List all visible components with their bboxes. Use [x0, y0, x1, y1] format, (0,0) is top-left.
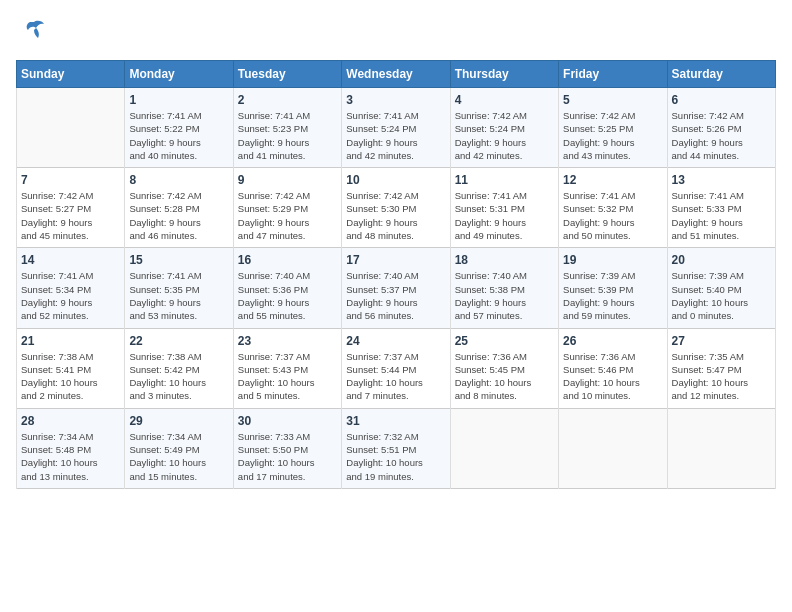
day-info: Sunrise: 7:36 AMSunset: 5:46 PMDaylight:… — [563, 350, 662, 403]
day-number: 9 — [238, 173, 337, 187]
day-cell: 15Sunrise: 7:41 AMSunset: 5:35 PMDayligh… — [125, 248, 233, 328]
day-info: Sunrise: 7:42 AMSunset: 5:24 PMDaylight:… — [455, 109, 554, 162]
day-cell: 19Sunrise: 7:39 AMSunset: 5:39 PMDayligh… — [559, 248, 667, 328]
day-info: Sunrise: 7:40 AMSunset: 5:37 PMDaylight:… — [346, 269, 445, 322]
day-info: Sunrise: 7:40 AMSunset: 5:38 PMDaylight:… — [455, 269, 554, 322]
day-number: 5 — [563, 93, 662, 107]
day-info: Sunrise: 7:32 AMSunset: 5:51 PMDaylight:… — [346, 430, 445, 483]
day-cell: 10Sunrise: 7:42 AMSunset: 5:30 PMDayligh… — [342, 168, 450, 248]
day-number: 10 — [346, 173, 445, 187]
day-cell: 3Sunrise: 7:41 AMSunset: 5:24 PMDaylight… — [342, 88, 450, 168]
day-cell: 17Sunrise: 7:40 AMSunset: 5:37 PMDayligh… — [342, 248, 450, 328]
day-number: 7 — [21, 173, 120, 187]
day-cell: 14Sunrise: 7:41 AMSunset: 5:34 PMDayligh… — [17, 248, 125, 328]
day-info: Sunrise: 7:39 AMSunset: 5:39 PMDaylight:… — [563, 269, 662, 322]
day-cell: 24Sunrise: 7:37 AMSunset: 5:44 PMDayligh… — [342, 328, 450, 408]
logo — [16, 16, 48, 48]
day-cell: 27Sunrise: 7:35 AMSunset: 5:47 PMDayligh… — [667, 328, 775, 408]
day-cell: 4Sunrise: 7:42 AMSunset: 5:24 PMDaylight… — [450, 88, 558, 168]
day-info: Sunrise: 7:38 AMSunset: 5:41 PMDaylight:… — [21, 350, 120, 403]
day-cell: 11Sunrise: 7:41 AMSunset: 5:31 PMDayligh… — [450, 168, 558, 248]
day-number: 18 — [455, 253, 554, 267]
day-cell: 29Sunrise: 7:34 AMSunset: 5:49 PMDayligh… — [125, 408, 233, 488]
day-header-sunday: Sunday — [17, 61, 125, 88]
day-cell: 23Sunrise: 7:37 AMSunset: 5:43 PMDayligh… — [233, 328, 341, 408]
day-info: Sunrise: 7:41 AMSunset: 5:24 PMDaylight:… — [346, 109, 445, 162]
week-row-2: 7Sunrise: 7:42 AMSunset: 5:27 PMDaylight… — [17, 168, 776, 248]
day-number: 21 — [21, 334, 120, 348]
day-cell: 16Sunrise: 7:40 AMSunset: 5:36 PMDayligh… — [233, 248, 341, 328]
day-cell: 21Sunrise: 7:38 AMSunset: 5:41 PMDayligh… — [17, 328, 125, 408]
day-header-monday: Monday — [125, 61, 233, 88]
day-number: 24 — [346, 334, 445, 348]
day-info: Sunrise: 7:42 AMSunset: 5:25 PMDaylight:… — [563, 109, 662, 162]
day-info: Sunrise: 7:41 AMSunset: 5:32 PMDaylight:… — [563, 189, 662, 242]
day-number: 15 — [129, 253, 228, 267]
day-number: 25 — [455, 334, 554, 348]
day-cell — [17, 88, 125, 168]
day-info: Sunrise: 7:41 AMSunset: 5:22 PMDaylight:… — [129, 109, 228, 162]
day-info: Sunrise: 7:41 AMSunset: 5:34 PMDaylight:… — [21, 269, 120, 322]
day-cell: 26Sunrise: 7:36 AMSunset: 5:46 PMDayligh… — [559, 328, 667, 408]
day-number: 22 — [129, 334, 228, 348]
day-cell: 31Sunrise: 7:32 AMSunset: 5:51 PMDayligh… — [342, 408, 450, 488]
header-row: SundayMondayTuesdayWednesdayThursdayFrid… — [17, 61, 776, 88]
day-number: 27 — [672, 334, 771, 348]
day-number: 28 — [21, 414, 120, 428]
day-header-wednesday: Wednesday — [342, 61, 450, 88]
day-number: 23 — [238, 334, 337, 348]
day-cell: 1Sunrise: 7:41 AMSunset: 5:22 PMDaylight… — [125, 88, 233, 168]
day-info: Sunrise: 7:39 AMSunset: 5:40 PMDaylight:… — [672, 269, 771, 322]
day-info: Sunrise: 7:41 AMSunset: 5:31 PMDaylight:… — [455, 189, 554, 242]
day-number: 30 — [238, 414, 337, 428]
day-info: Sunrise: 7:42 AMSunset: 5:27 PMDaylight:… — [21, 189, 120, 242]
day-info: Sunrise: 7:38 AMSunset: 5:42 PMDaylight:… — [129, 350, 228, 403]
day-info: Sunrise: 7:36 AMSunset: 5:45 PMDaylight:… — [455, 350, 554, 403]
day-cell: 13Sunrise: 7:41 AMSunset: 5:33 PMDayligh… — [667, 168, 775, 248]
day-cell: 9Sunrise: 7:42 AMSunset: 5:29 PMDaylight… — [233, 168, 341, 248]
day-cell: 30Sunrise: 7:33 AMSunset: 5:50 PMDayligh… — [233, 408, 341, 488]
day-info: Sunrise: 7:42 AMSunset: 5:26 PMDaylight:… — [672, 109, 771, 162]
page-container: SundayMondayTuesdayWednesdayThursdayFrid… — [0, 0, 792, 497]
day-number: 2 — [238, 93, 337, 107]
logo-bird-icon — [20, 16, 48, 48]
day-info: Sunrise: 7:42 AMSunset: 5:29 PMDaylight:… — [238, 189, 337, 242]
day-number: 1 — [129, 93, 228, 107]
day-info: Sunrise: 7:42 AMSunset: 5:30 PMDaylight:… — [346, 189, 445, 242]
day-cell — [559, 408, 667, 488]
day-info: Sunrise: 7:35 AMSunset: 5:47 PMDaylight:… — [672, 350, 771, 403]
day-info: Sunrise: 7:34 AMSunset: 5:48 PMDaylight:… — [21, 430, 120, 483]
day-number: 26 — [563, 334, 662, 348]
day-number: 6 — [672, 93, 771, 107]
day-header-tuesday: Tuesday — [233, 61, 341, 88]
day-number: 4 — [455, 93, 554, 107]
day-cell: 28Sunrise: 7:34 AMSunset: 5:48 PMDayligh… — [17, 408, 125, 488]
day-header-saturday: Saturday — [667, 61, 775, 88]
day-number: 29 — [129, 414, 228, 428]
day-info: Sunrise: 7:37 AMSunset: 5:44 PMDaylight:… — [346, 350, 445, 403]
day-number: 16 — [238, 253, 337, 267]
day-number: 17 — [346, 253, 445, 267]
day-cell: 22Sunrise: 7:38 AMSunset: 5:42 PMDayligh… — [125, 328, 233, 408]
day-number: 31 — [346, 414, 445, 428]
day-number: 19 — [563, 253, 662, 267]
day-cell: 8Sunrise: 7:42 AMSunset: 5:28 PMDaylight… — [125, 168, 233, 248]
day-info: Sunrise: 7:33 AMSunset: 5:50 PMDaylight:… — [238, 430, 337, 483]
calendar-table: SundayMondayTuesdayWednesdayThursdayFrid… — [16, 60, 776, 489]
day-number: 13 — [672, 173, 771, 187]
day-header-friday: Friday — [559, 61, 667, 88]
day-number: 14 — [21, 253, 120, 267]
day-cell: 12Sunrise: 7:41 AMSunset: 5:32 PMDayligh… — [559, 168, 667, 248]
day-number: 20 — [672, 253, 771, 267]
day-number: 12 — [563, 173, 662, 187]
day-cell: 25Sunrise: 7:36 AMSunset: 5:45 PMDayligh… — [450, 328, 558, 408]
day-cell: 20Sunrise: 7:39 AMSunset: 5:40 PMDayligh… — [667, 248, 775, 328]
day-cell: 7Sunrise: 7:42 AMSunset: 5:27 PMDaylight… — [17, 168, 125, 248]
day-info: Sunrise: 7:42 AMSunset: 5:28 PMDaylight:… — [129, 189, 228, 242]
day-info: Sunrise: 7:37 AMSunset: 5:43 PMDaylight:… — [238, 350, 337, 403]
day-info: Sunrise: 7:34 AMSunset: 5:49 PMDaylight:… — [129, 430, 228, 483]
day-info: Sunrise: 7:41 AMSunset: 5:23 PMDaylight:… — [238, 109, 337, 162]
header — [16, 16, 776, 48]
day-number: 11 — [455, 173, 554, 187]
day-cell: 18Sunrise: 7:40 AMSunset: 5:38 PMDayligh… — [450, 248, 558, 328]
